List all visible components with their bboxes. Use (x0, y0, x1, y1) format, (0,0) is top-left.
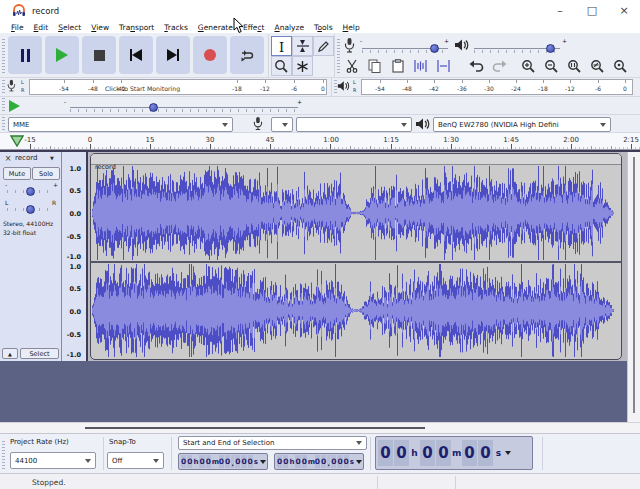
fit-project-button[interactable] (589, 58, 606, 74)
select-track-button[interactable]: Select (20, 348, 59, 359)
timeline-ruler[interactable]: -1501530451:001:151:301:452:002:15 (0, 133, 640, 150)
gain-slider[interactable] (26, 187, 35, 196)
time-digit[interactable]: 0 (378, 440, 393, 466)
time-digit[interactable]: 0 (235, 455, 240, 468)
project-rate-select[interactable]: 44100 (10, 452, 96, 469)
track-menu-caret-icon[interactable]: ▼ (50, 155, 54, 161)
time-digit[interactable]: 0 (478, 440, 493, 466)
playback-device-select[interactable]: BenQ EW2780 (NVIDIA High Defini (433, 117, 611, 132)
time-digit[interactable]: 0 (206, 455, 211, 468)
chevron-down-icon[interactable] (260, 460, 266, 464)
time-digit[interactable]: 0 (181, 455, 186, 468)
time-digit[interactable]: 0 (302, 455, 307, 468)
time-digit[interactable]: 0 (283, 455, 288, 468)
cut-button[interactable] (343, 58, 360, 74)
audio-host-select[interactable]: MME (8, 117, 233, 132)
paste-button[interactable] (389, 58, 406, 74)
pan-slider[interactable] (26, 205, 35, 214)
zoom-in-button[interactable] (520, 58, 537, 74)
time-digit[interactable]: 0 (277, 455, 282, 468)
play-at-speed-icon[interactable] (9, 100, 20, 112)
waveform-channel-right[interactable] (91, 263, 621, 358)
time-digit[interactable]: 0 (394, 440, 409, 466)
play-speed-slider[interactable] (149, 103, 158, 112)
pan-right-label: R (52, 199, 56, 206)
amp-scale-label: -0.5 (67, 233, 81, 241)
minus-label: - (360, 37, 362, 44)
clip-header[interactable]: record (91, 154, 621, 165)
recording-meter[interactable]: LR-54-48-42Click to Start Monitoring-18-… (0, 78, 331, 96)
zoom-out-button[interactable] (543, 58, 560, 74)
time-digit[interactable]: 0 (219, 455, 224, 468)
time-digit[interactable]: 0 (331, 455, 336, 468)
loop-button[interactable] (230, 36, 264, 74)
envelope-tool-button[interactable] (292, 36, 313, 56)
time-digit[interactable]: 0 (315, 455, 320, 468)
time-digit[interactable]: 0 (187, 455, 192, 468)
meter-scale-label: -18 (538, 85, 548, 92)
copy-button[interactable] (366, 58, 383, 74)
redo-button[interactable] (491, 58, 508, 74)
time-digit[interactable]: 0 (337, 455, 342, 468)
timeline-pin-icon[interactable] (10, 135, 24, 147)
multi-tool-button[interactable] (292, 56, 313, 76)
zoom-toggle-button[interactable] (612, 58, 629, 74)
time-digit[interactable]: 0 (344, 455, 349, 468)
solo-button[interactable]: Solo (32, 167, 60, 180)
snap-to-select[interactable]: Off (107, 452, 164, 469)
time-digit[interactable]: 0 (420, 440, 435, 466)
time-digit[interactable]: 0 (199, 455, 204, 468)
minimize-button[interactable]: – (548, 3, 572, 19)
undo-button[interactable] (468, 58, 485, 74)
close-button[interactable]: × (612, 3, 636, 19)
waveform-channel-left[interactable] (91, 165, 621, 261)
collapse-track-button[interactable]: ▲ (2, 348, 18, 359)
mute-button[interactable]: Mute (3, 167, 31, 180)
trim-button[interactable] (412, 58, 429, 74)
silence-button[interactable] (435, 58, 452, 74)
record-icon (204, 49, 216, 61)
selection-end-field[interactable]: 00h00m00.000s (274, 453, 364, 470)
track-name[interactable]: record (15, 154, 37, 162)
stop-button[interactable] (82, 36, 116, 74)
chevron-down-icon[interactable] (505, 451, 511, 455)
envelope-tool-icon (296, 39, 310, 53)
time-digit[interactable]: 0 (241, 455, 246, 468)
meter-bar[interactable]: -54-48-42Click to Start Monitoring-18-12… (29, 79, 327, 95)
time-digit[interactable]: 0 (436, 440, 451, 466)
time-digit[interactable]: 0 (248, 455, 253, 468)
zoom-toggle-icon (613, 59, 628, 74)
selection-tool-button[interactable]: I (271, 36, 292, 56)
maximize-button[interactable]: □ (580, 3, 604, 19)
selection-mode-select[interactable]: Start and End of Selection (178, 436, 367, 450)
meter-bar[interactable]: -54-48-42-36-30-24-18-12-60 (361, 79, 633, 95)
playback-volume-slider[interactable] (546, 44, 555, 53)
title-bar: record – □ × (0, 0, 640, 23)
skip-to-end-button[interactable] (156, 36, 190, 74)
recording-channels-select[interactable] (296, 117, 412, 132)
draw-tool-button[interactable] (313, 36, 334, 56)
meter-scale-label: -36 (457, 85, 467, 92)
play-button[interactable] (45, 36, 79, 74)
playback-meter[interactable]: LR-54-48-42-36-30-24-18-12-60 (331, 78, 640, 96)
recording-device-select[interactable] (271, 117, 293, 132)
selection-start-field[interactable]: 00h00m00.000s (178, 453, 268, 470)
status-text: Stopped. (32, 478, 66, 487)
chevron-down-icon[interactable] (356, 460, 362, 464)
time-digit[interactable]: 0 (225, 455, 230, 468)
time-digit[interactable]: 0 (295, 455, 300, 468)
zoom-tool-button[interactable] (271, 56, 292, 76)
time-digit[interactable]: 0 (462, 440, 477, 466)
meter-scale-label: -12 (260, 85, 270, 92)
fit-selection-button[interactable] (566, 58, 583, 74)
horizontal-scrollbar-thumb[interactable] (85, 427, 425, 429)
pause-button[interactable] (8, 36, 42, 74)
skip-to-start-button[interactable] (119, 36, 153, 74)
time-digit[interactable]: 0 (321, 455, 326, 468)
recording-volume-slider[interactable] (430, 44, 439, 53)
audio-position-display[interactable]: 00h00m00s (375, 436, 533, 470)
record-button[interactable] (193, 36, 227, 74)
track-close-icon[interactable]: × (3, 154, 13, 164)
vertical-scrollbar-thumb[interactable] (633, 157, 635, 413)
vertical-scrollbar[interactable] (627, 152, 640, 422)
